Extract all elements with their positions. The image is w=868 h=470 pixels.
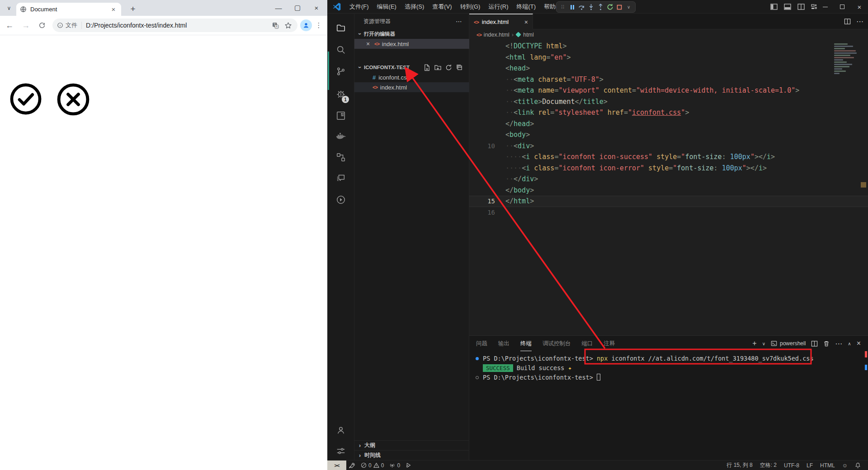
reload-button[interactable]	[35, 19, 49, 32]
runner-icon[interactable]	[327, 190, 354, 210]
browser-close-button[interactable]: ×	[307, 0, 326, 15]
panel-more-icon[interactable]: ⋯	[835, 339, 842, 348]
close-panel-icon[interactable]: ×	[857, 339, 861, 348]
split-editor-icon[interactable]	[844, 18, 851, 25]
panel-tab-端口[interactable]: 端口	[582, 336, 593, 351]
code-line-7[interactable]: ··<link rel="stylesheet" href="iconfont.…	[469, 107, 868, 118]
pause-icon[interactable]	[568, 3, 576, 11]
status-item[interactable]: 空格: 2	[757, 461, 779, 470]
step-into-icon[interactable]	[587, 3, 595, 11]
code-line-6[interactable]: ··<title>Document</title>	[469, 96, 868, 108]
browser-minimize-button[interactable]: —	[269, 0, 288, 15]
breadcrumb-file[interactable]: index.html	[484, 32, 509, 38]
project-section[interactable]: › ICONFONTX-TEST	[354, 62, 469, 72]
docker-icon[interactable]	[327, 127, 354, 146]
address-bar[interactable]: 文件 D:/Projects/iconfontx-test/index.html…	[52, 19, 297, 32]
status-item[interactable]: HTML	[817, 461, 838, 470]
status-item[interactable]: 行 15, 列 8	[724, 461, 755, 470]
source-control-icon[interactable]	[327, 61, 354, 81]
ports-status-item[interactable]: 0	[387, 461, 403, 470]
shell-selector[interactable]: powershell	[771, 340, 806, 347]
toggle-sidebar-icon[interactable]	[770, 3, 778, 10]
panel-tab-问题[interactable]: 问题	[476, 336, 487, 351]
refresh-icon[interactable]	[445, 64, 452, 71]
explorer-more-icon[interactable]: ⋯	[456, 18, 462, 25]
menu-item-v[interactable]: 查看(V)	[428, 2, 456, 12]
notifications-bell-icon[interactable]	[852, 461, 863, 470]
code-line-2[interactable]: <html lang="en">	[469, 52, 868, 63]
open-editors-section[interactable]: › 打开的编辑器	[354, 29, 469, 39]
debug-dropdown-chevron-icon[interactable]: ∨	[625, 3, 633, 11]
status-item[interactable]: UTF-8	[781, 461, 802, 470]
command-decoration[interactable]	[476, 376, 479, 379]
code-line-15[interactable]: 15</html>	[469, 196, 868, 207]
breadcrumb-symbol[interactable]: html	[523, 32, 534, 38]
toggle-panel-icon[interactable]	[784, 3, 791, 10]
vscode-close-button[interactable]: ×	[851, 0, 868, 14]
code-line-16[interactable]: 16	[469, 207, 868, 218]
search-icon[interactable]	[327, 40, 354, 60]
tab-close-icon[interactable]: ×	[524, 19, 528, 26]
menu-item-r[interactable]: 运行(R)	[484, 2, 512, 12]
code-area[interactable]: <!DOCTYPE html><html lang="en"><head>··<…	[469, 41, 868, 335]
minimap[interactable]	[833, 42, 858, 74]
tab-close-icon[interactable]: ×	[109, 5, 118, 14]
launch-status-item[interactable]	[346, 461, 358, 470]
file-scheme-chip[interactable]: 文件	[57, 21, 77, 29]
timeline-section[interactable]: › 时间线	[354, 450, 469, 460]
browser-menu-icon[interactable]: ⋮	[314, 20, 324, 30]
vscode-minimize-button[interactable]	[816, 0, 834, 14]
components-icon[interactable]	[327, 147, 354, 167]
restart-icon[interactable]	[606, 3, 614, 11]
settings-icon[interactable]	[327, 441, 354, 461]
translate-icon[interactable]: 文 A	[270, 20, 280, 30]
step-over-icon[interactable]	[578, 3, 586, 11]
open-editor-item[interactable]: ×<>index.html	[354, 39, 469, 49]
code-line-1[interactable]: <!DOCTYPE html>	[469, 41, 868, 52]
new-tab-button[interactable]: +	[127, 4, 138, 14]
code-line-12[interactable]: ····<i class="iconfont icon-error" style…	[469, 163, 868, 174]
toggle-secondary-sidebar-icon[interactable]	[797, 3, 805, 10]
forward-button[interactable]: →	[19, 19, 33, 32]
code-line-8[interactable]: </head>	[469, 118, 868, 130]
vscode-maximize-button[interactable]	[834, 0, 851, 14]
stop-icon[interactable]	[615, 3, 623, 11]
code-line-10[interactable]: 10··<div>	[469, 141, 868, 152]
bookmark-star-icon[interactable]	[283, 20, 293, 30]
profile-avatar[interactable]	[300, 19, 312, 31]
code-line-9[interactable]: <body>	[469, 129, 868, 141]
terminal-output[interactable]: PS D:\Projects\iconfontx-test> npx iconf…	[476, 354, 864, 382]
remote-indicator[interactable]: ><	[327, 461, 346, 470]
breadcrumb[interactable]: <> index.html › html	[469, 29, 868, 40]
new-file-icon[interactable]	[424, 64, 430, 71]
url-text[interactable]: D:/Projects/iconfontx-test/index.html	[86, 22, 268, 29]
editor-more-icon[interactable]: ⋯	[856, 17, 863, 26]
collapse-folders-icon[interactable]	[456, 64, 463, 71]
editor-tab-index-html[interactable]: <> index.html ×	[469, 14, 533, 29]
panel-tab-调试控制台[interactable]: 调试控制台	[542, 336, 571, 351]
code-line-3[interactable]: <head>	[469, 63, 868, 74]
comments-icon[interactable]	[327, 168, 354, 188]
outline-section[interactable]: › 大纲	[354, 440, 469, 450]
panel-tab-终端[interactable]: 终端	[520, 336, 532, 351]
feedback-smiley-icon[interactable]: ☺	[840, 461, 850, 470]
step-out-icon[interactable]	[596, 3, 604, 11]
panel-tab-注释[interactable]: 注释	[604, 336, 615, 351]
code-line-5[interactable]: ··<meta name="viewport" content="width=d…	[469, 85, 868, 96]
file-item-iconfont-css[interactable]: #iconfont.css	[354, 72, 469, 82]
code-line-13[interactable]: ··</div>	[469, 174, 868, 185]
run-debug-icon[interactable]: 1	[327, 84, 354, 104]
maximize-panel-chevron-icon[interactable]: ∧	[848, 341, 851, 346]
status-item[interactable]: LF	[804, 461, 816, 470]
menu-item-g[interactable]: 转到(G)	[456, 2, 485, 12]
menu-item-e[interactable]: 编辑(E)	[373, 2, 401, 12]
drag-grip-icon[interactable]: ⁞⁞	[559, 3, 567, 11]
menu-item-t[interactable]: 终端(T)	[512, 2, 540, 12]
close-icon[interactable]: ×	[364, 40, 372, 47]
code-line-14[interactable]: </body>	[469, 185, 868, 196]
file-item-index-html[interactable]: <>index.html	[354, 82, 469, 92]
terminal-dropdown-chevron-icon[interactable]: ∨	[762, 341, 765, 346]
browser-maximize-button[interactable]: ▢	[288, 0, 307, 15]
panel-tab-输出[interactable]: 输出	[498, 336, 509, 351]
explorer-icon[interactable]	[327, 18, 354, 38]
